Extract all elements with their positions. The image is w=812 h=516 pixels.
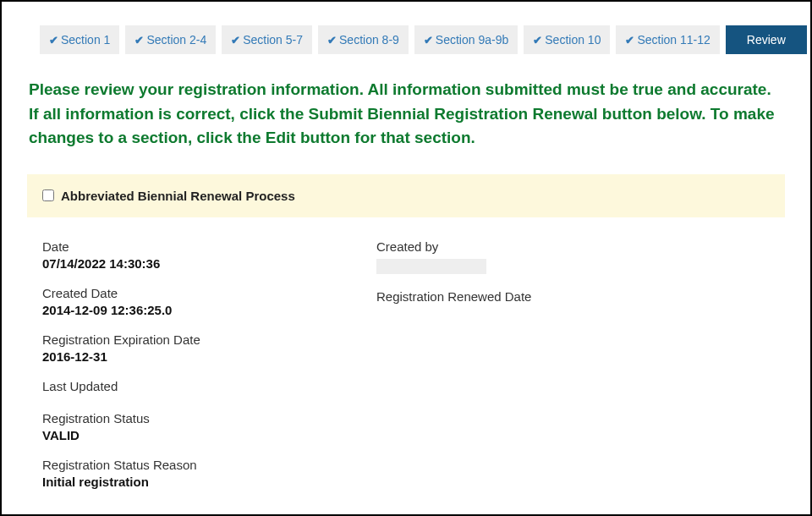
check-icon: ✔ — [625, 34, 634, 47]
registration-details: Date 07/14/2022 14:30:36 Created Date 20… — [27, 233, 785, 489]
check-icon: ✔ — [134, 34, 144, 47]
field-value: 07/14/2022 14:30:36 — [42, 256, 376, 271]
field-label: Last Updated — [42, 379, 376, 393]
field-label: Date — [42, 239, 376, 254]
tab-section-2-4[interactable]: ✔ Section 2-4 — [125, 25, 216, 54]
field-value: 2014-12-09 12:36:25.0 — [42, 303, 376, 317]
tab-section-9a-9b[interactable]: ✔ Section 9a-9b — [414, 25, 518, 54]
tab-section-5-7[interactable]: ✔ Section 5-7 — [222, 25, 312, 54]
section-tabs: ✔ Section 1 ✔ Section 2-4 ✔ Section 5-7 … — [40, 25, 785, 54]
redacted-value — [376, 259, 486, 274]
field-label: Created by — [376, 239, 770, 254]
field-label: Registration Status — [42, 411, 376, 425]
field-registration-status: Registration Status VALID — [42, 411, 376, 442]
field-value: Initial registration — [42, 475, 376, 489]
details-column-right: Created by Registration Renewed Date — [376, 239, 770, 489]
tab-label: Section 2-4 — [146, 33, 206, 47]
tab-section-1[interactable]: ✔ Section 1 — [40, 25, 119, 54]
field-label: Registration Expiration Date — [42, 332, 376, 347]
field-expiration-date: Registration Expiration Date 2016-12-31 — [42, 332, 376, 364]
check-icon: ✔ — [533, 34, 542, 47]
field-renewed-date: Registration Renewed Date — [376, 289, 770, 306]
tab-label: Section 5-7 — [243, 33, 303, 47]
tab-label: Review — [747, 33, 786, 47]
tab-section-8-9[interactable]: ✔ Section 8-9 — [318, 25, 409, 54]
field-status-reason: Registration Status Reason Initial regis… — [42, 458, 376, 489]
field-label: Registration Renewed Date — [376, 289, 770, 304]
details-column-left: Date 07/14/2022 14:30:36 Created Date 20… — [42, 239, 376, 489]
review-instructions: Please review your registration informat… — [27, 78, 785, 151]
check-icon: ✔ — [327, 34, 337, 47]
check-icon: ✔ — [231, 34, 240, 47]
field-label: Created Date — [42, 286, 376, 300]
abbreviated-process-box: Abbreviated Biennial Renewal Process — [27, 174, 785, 217]
tab-section-11-12[interactable]: ✔ Section 11-12 — [616, 25, 719, 54]
tab-label: Section 10 — [545, 33, 601, 47]
abbreviated-process-label: Abbreviated Biennial Renewal Process — [61, 189, 295, 203]
field-value: 2016-12-31 — [42, 349, 376, 364]
field-created-date: Created Date 2014-12-09 12:36:25.0 — [42, 286, 376, 317]
check-icon: ✔ — [424, 34, 433, 47]
abbreviated-process-checkbox[interactable] — [42, 189, 54, 201]
check-icon: ✔ — [49, 34, 58, 47]
field-label: Registration Status Reason — [42, 458, 376, 472]
field-created-by: Created by — [376, 239, 770, 274]
tab-review[interactable]: Review — [726, 25, 807, 54]
field-last-updated: Last Updated — [42, 379, 376, 396]
field-date: Date 07/14/2022 14:30:36 — [42, 239, 376, 271]
tab-label: Section 8-9 — [339, 33, 399, 47]
tab-label: Section 9a-9b — [436, 33, 508, 47]
field-value: VALID — [42, 428, 376, 442]
tab-label: Section 11-12 — [637, 33, 710, 47]
tab-label: Section 1 — [61, 33, 110, 47]
tab-section-10[interactable]: ✔ Section 10 — [524, 25, 610, 54]
